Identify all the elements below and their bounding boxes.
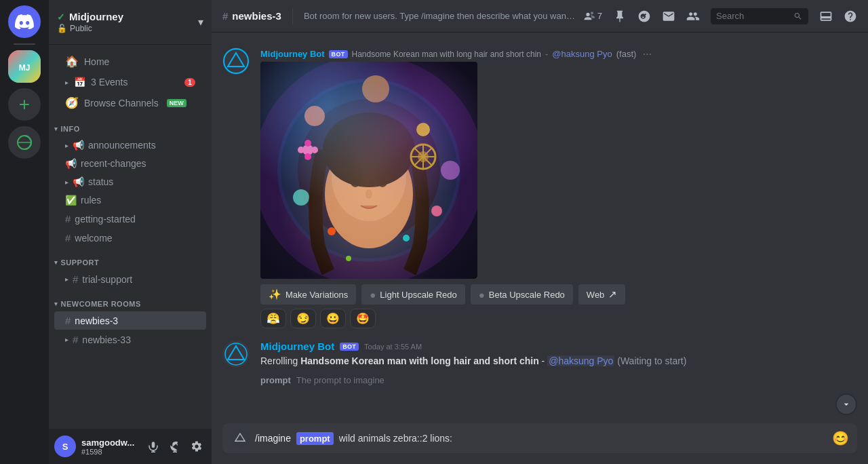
hash-icon: # <box>73 334 78 345</box>
add-server-button[interactable]: + <box>8 88 41 121</box>
light-upscale-redo-button[interactable]: ● Light Upscale Redo <box>361 284 465 305</box>
svg-rect-6 <box>260 62 477 279</box>
expand-icon: ▸ <box>65 336 68 343</box>
sidebar-item-browse[interactable]: 🧭 Browse Channels NEW <box>54 92 206 113</box>
image-options-icon[interactable]: ⋯ <box>643 49 652 59</box>
reaction-angry[interactable]: 😤 <box>260 309 286 328</box>
hash-icon: # <box>222 10 228 22</box>
avatar: S <box>54 436 76 457</box>
bot-avatar-2 <box>222 341 250 368</box>
reaction-smirk[interactable]: 😏 <box>290 309 316 328</box>
svg-text:MJ: MJ <box>19 63 31 73</box>
megaphone-icon: 📢 <box>73 176 84 187</box>
explore-button[interactable] <box>8 126 41 159</box>
svg-line-32 <box>414 148 432 166</box>
hash-icon: # <box>65 315 71 326</box>
chevron-right-icon: ▸ <box>65 79 68 86</box>
search-icon <box>793 11 803 22</box>
chevron-down-icon: ▾ <box>198 16 203 28</box>
lock-icon: 🔓 <box>57 24 67 33</box>
channel-status[interactable]: ▸ 📢 status <box>54 173 206 191</box>
new-badge: NEW <box>167 99 186 107</box>
svg-point-28 <box>411 144 435 169</box>
make-variations-button[interactable]: ✨ Make Variations <box>260 284 356 305</box>
svg-point-11 <box>293 189 309 206</box>
check-icon: ✅ <box>65 195 77 206</box>
reaction-grin[interactable]: 😀 <box>320 309 346 328</box>
members-list-button[interactable] <box>686 9 700 23</box>
channel-rules[interactable]: ✅ rules <box>54 191 206 209</box>
settings-button[interactable] <box>187 437 206 456</box>
web-button[interactable]: Web ↗ <box>578 284 626 305</box>
search-bar[interactable] <box>711 8 808 24</box>
messages-area[interactable]: Midjourney Bot BOT Handsome Korean man w… <box>212 33 868 418</box>
channel-header-name: # newbies-3 <box>222 10 281 22</box>
sidebar-item-home[interactable]: 🏠 Home <box>54 51 206 72</box>
input-avatar <box>231 429 250 448</box>
main-area: # newbies-3 Bot room for new users. Type… <box>212 0 868 464</box>
svg-point-27 <box>298 147 304 153</box>
events-icon: 📅 <box>74 77 85 88</box>
svg-point-35 <box>403 235 410 241</box>
category-newcomer-rooms[interactable]: ▾ NEWCOMER ROOMS <box>49 289 212 311</box>
reroll-message-text: Rerolling Handsome Korean man with long … <box>260 354 857 368</box>
sidebar-item-events[interactable]: ▸ 📅 3 Events 1 <box>54 73 206 92</box>
svg-point-25 <box>311 147 318 153</box>
bot-message-with-image: Midjourney Bot BOT Handsome Korean man w… <box>260 49 857 328</box>
inbox-button[interactable] <box>662 9 675 23</box>
user-panel: S samgoodw... #1598 <box>49 429 212 464</box>
scroll-to-bottom-button[interactable] <box>835 393 857 415</box>
expand-icon: ▸ <box>65 142 68 149</box>
server-header[interactable]: ✓ Midjourney 🔓 Public ▾ <box>49 0 212 45</box>
hash-icon: # <box>65 213 71 225</box>
ai-generated-image <box>260 62 477 279</box>
channel-description: Bot room for new users. Type /imagine th… <box>304 11 576 21</box>
svg-point-7 <box>267 69 471 272</box>
hash-icon: # <box>65 232 71 244</box>
channel-newbies-3[interactable]: # newbies-3 👤+ <box>54 311 206 330</box>
svg-point-37 <box>222 341 250 368</box>
search-input[interactable] <box>716 11 789 21</box>
reaction-starstruck[interactable]: 🤩 <box>350 309 376 328</box>
category-support[interactable]: ▾ SUPPORT <box>49 248 212 269</box>
channel-recent-changes[interactable]: 📢 recent-changes <box>54 155 206 172</box>
channel-getting-started[interactable]: # getting-started <box>54 210 206 228</box>
server-public: 🔓 Public <box>57 24 123 33</box>
expand-icon: ▸ <box>65 178 68 186</box>
member-count: 7 <box>584 11 602 22</box>
svg-point-15 <box>325 140 413 248</box>
discord-home-button[interactable] <box>8 5 41 38</box>
svg-point-20 <box>382 176 387 180</box>
svg-point-18 <box>377 174 388 187</box>
channel-welcome[interactable]: # welcome <box>54 229 206 247</box>
mute-button[interactable] <box>144 437 163 456</box>
channel-newbies-33[interactable]: ▸ # newbies-33 <box>54 330 206 349</box>
verified-check: ✓ <box>57 12 65 22</box>
megaphone-icon: 📢 <box>65 158 77 169</box>
svg-point-10 <box>416 123 430 136</box>
help-button[interactable] <box>844 9 857 23</box>
beta-upscale-redo-button[interactable]: ● Beta Upscale Redo <box>471 284 573 305</box>
command-input[interactable] <box>339 433 827 444</box>
pin-button[interactable] <box>613 9 627 23</box>
message-input-box: /imagine prompt 😊 <box>222 423 857 453</box>
category-arrow-icon: ▾ <box>54 125 58 132</box>
svg-point-40 <box>231 429 250 448</box>
events-badge: 1 <box>184 78 195 87</box>
deafen-button[interactable] <box>165 437 184 456</box>
add-reaction-button[interactable] <box>637 9 651 23</box>
emoji-picker-button[interactable]: 😊 <box>832 430 849 446</box>
channel-list: 🏠 Home ▸ 📅 3 Events 1 🧭 Browse Channels … <box>49 45 212 429</box>
channel-sidebar: ✓ Midjourney 🔓 Public ▾ 🏠 Home ▸ 📅 3 Eve… <box>49 0 212 464</box>
server-midjourney[interactable]: MJ <box>8 50 41 83</box>
context-label: prompt <box>260 375 291 385</box>
inbox-tray-button[interactable] <box>819 9 833 23</box>
svg-point-34 <box>328 227 336 235</box>
svg-point-19 <box>355 176 359 180</box>
status-waiting: (Waiting to start) <box>617 355 686 366</box>
message-row-reroll: Midjourney Bot BOT Today at 3:55 AM Rero… <box>212 339 868 370</box>
channel-trial-support[interactable]: ▸ # trial-support <box>54 270 206 288</box>
user-info: samgoodw... #1598 <box>81 438 138 456</box>
channel-announcements[interactable]: ▸ 📢 announcements <box>54 136 206 154</box>
category-info[interactable]: ▾ INFO <box>49 114 212 136</box>
